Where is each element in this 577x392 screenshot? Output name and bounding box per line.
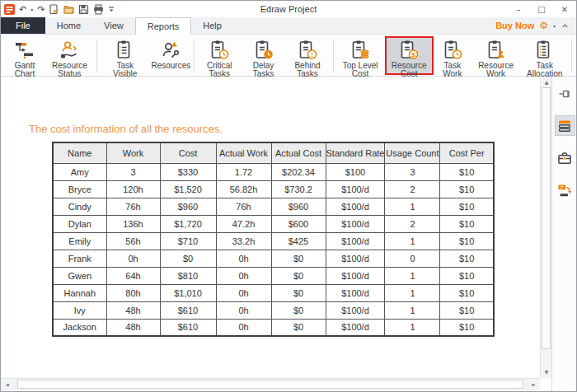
save-icon[interactable] <box>78 4 89 15</box>
sidebar-button-export[interactable] <box>555 180 575 200</box>
ribbon-button-top-level-cost[interactable]: Top Level Cost <box>336 36 385 75</box>
table-header-actual-cost: Actual Cost <box>271 142 326 163</box>
table-cell: $10 <box>440 232 494 250</box>
ribbon-button-task-visible-columns[interactable]: Task Visible Columns <box>100 36 151 75</box>
table-cell: 2 <box>385 215 440 232</box>
table-row-jackson: Jackson48h$6100h$0$100/d1$10 <box>53 319 494 336</box>
import-icon[interactable] <box>49 4 59 15</box>
table-cell: $730.2 <box>271 180 326 198</box>
table-cell: Ivy <box>53 301 106 319</box>
scroll-right-icon[interactable]: ► <box>528 380 539 390</box>
ribbon-button-label: Resource Cost <box>390 61 429 78</box>
ribbon-button-label: Critical Tasks <box>202 61 237 78</box>
table-cell: Emily <box>53 232 106 250</box>
tab-label: Home <box>57 21 81 30</box>
ribbon-button-critical-tasks[interactable]: Critical Tasks <box>197 36 242 75</box>
undo-dropdown-icon[interactable]: ▾ <box>30 7 33 12</box>
minimize-button[interactable]: – <box>507 1 530 17</box>
ribbon-group-2: Critical TasksDelay Tasks!Behind Tasks <box>197 36 331 75</box>
sidebar-button-pin[interactable] <box>555 83 575 104</box>
redo-icon[interactable]: ↷ <box>37 5 45 14</box>
document-canvas: The cost information of all the resource… <box>1 77 540 380</box>
table-cell: Frank <box>53 250 106 267</box>
ribbon-button-resource-cost[interactable]: $Resource Cost <box>385 36 434 75</box>
settings-gear-icon[interactable]: ⚙ <box>539 21 548 30</box>
table-cell: $100/d <box>326 180 385 198</box>
table-cell: $710 <box>160 232 216 250</box>
ribbon-button-delay-tasks[interactable]: Delay Tasks <box>242 36 284 75</box>
print-icon[interactable] <box>93 4 104 15</box>
table-cell: 33.2h <box>216 232 271 250</box>
ribbon-button-resource-work[interactable]: Resource Work <box>471 36 520 75</box>
ribbon-group-0: Gantt ChartResource Status <box>4 36 94 75</box>
table-cell: 47.2h <box>216 215 271 232</box>
ribbon-group-3: Top Level Cost$Resource CostTask WorkRes… <box>336 36 570 75</box>
table-row-hannah: Hannah80h$1,0100h$0$100/d1$10 <box>53 284 494 301</box>
table-cell: 136h <box>106 215 160 232</box>
table-cell: 1 <box>385 284 440 301</box>
table-cell: Gwen <box>53 267 106 284</box>
table-cell: 48h <box>106 319 160 336</box>
ribbon-button-task-work[interactable]: Task Work <box>434 36 471 75</box>
ribbon-group-separator <box>96 39 97 72</box>
app-window: ↶ ▾ ↷ Edraw Project – □ ✕ <box>0 0 577 392</box>
collapse-ribbon-icon[interactable] <box>561 21 570 30</box>
horizontal-scrollbar[interactable]: ◄ ► <box>1 378 540 390</box>
table-header-cost: Cost <box>160 142 216 163</box>
tab-view[interactable]: View <box>92 17 135 34</box>
ribbon-button-resource-status[interactable]: Resource Status <box>45 36 94 75</box>
ribbon-button-label: Delay Tasks <box>247 61 279 78</box>
table-cell: $10 <box>440 215 494 232</box>
undo-icon[interactable]: ↶ <box>19 5 26 14</box>
table-header-usage-count: Usage Count <box>385 142 440 163</box>
tab-home[interactable]: Home <box>45 17 92 34</box>
tab-label: View <box>104 21 124 30</box>
table-cell: 0h <box>216 284 271 301</box>
table-cell: Jackson <box>53 319 106 336</box>
table-cell: $610 <box>160 319 216 336</box>
vertical-scrollbar-thumb[interactable] <box>542 87 551 349</box>
vertical-scrollbar[interactable]: ▲ ▼ <box>540 77 551 378</box>
table-cell: 1 <box>385 301 440 319</box>
tab-reports[interactable]: Reports <box>135 17 192 35</box>
window-controls: – □ ✕ <box>507 1 576 17</box>
table-header-work: Work <box>106 142 160 163</box>
table-cell: 3 <box>106 163 160 180</box>
table-cell: 76h <box>106 198 160 215</box>
sidebar-button-report-panel[interactable] <box>555 115 575 136</box>
table-cell: $202.34 <box>271 163 326 180</box>
tab-file[interactable]: File <box>1 17 45 34</box>
export-icon <box>557 183 572 198</box>
buy-now-link[interactable]: Buy Now <box>495 21 534 30</box>
open-icon[interactable] <box>63 4 74 15</box>
ribbon-toolbar: Gantt ChartResource StatusTask Visible C… <box>1 35 576 77</box>
ribbon-button-gantt-chart[interactable]: Gantt Chart <box>4 36 45 75</box>
table-cell: $100 <box>326 163 385 180</box>
scroll-down-icon[interactable]: ▼ <box>541 367 552 377</box>
table-cell: Hannah <box>53 284 106 301</box>
maximize-button[interactable]: □ <box>530 1 553 17</box>
table-cell: 56h <box>106 232 160 250</box>
ribbon-button-behind-tasks[interactable]: !Behind Tasks <box>284 36 331 75</box>
report-heading: The cost information of all the resource… <box>29 123 223 135</box>
table-cell: $1,520 <box>160 180 216 198</box>
tab-help[interactable]: Help <box>191 17 233 34</box>
svg-text:!: ! <box>311 51 313 58</box>
quick-access-toolbar: ↶ ▾ ↷ <box>1 1 115 17</box>
tab-label: Reports <box>148 21 180 31</box>
ribbon-button-resources[interactable]: Resources <box>151 36 191 75</box>
horizontal-scrollbar-thumb[interactable] <box>17 380 523 389</box>
task-allocation-icon <box>534 40 556 61</box>
app-logo-icon[interactable] <box>4 4 15 15</box>
close-button[interactable]: ✕ <box>553 1 576 17</box>
table-cell: $960 <box>271 198 326 215</box>
table-cell: $100/d <box>326 319 385 336</box>
scroll-up-icon[interactable]: ▲ <box>541 77 552 87</box>
table-cell: $100/d <box>326 284 385 301</box>
ribbon-button-task-allocation[interactable]: Task Allocation <box>520 36 569 75</box>
scroll-left-icon[interactable]: ◄ <box>2 380 12 390</box>
customize-toolbar-icon[interactable] <box>108 6 115 13</box>
table-cell: $10 <box>440 180 494 198</box>
sidebar-button-briefcase[interactable] <box>555 147 575 168</box>
settings-dropdown-icon[interactable]: ▾ <box>553 23 556 29</box>
